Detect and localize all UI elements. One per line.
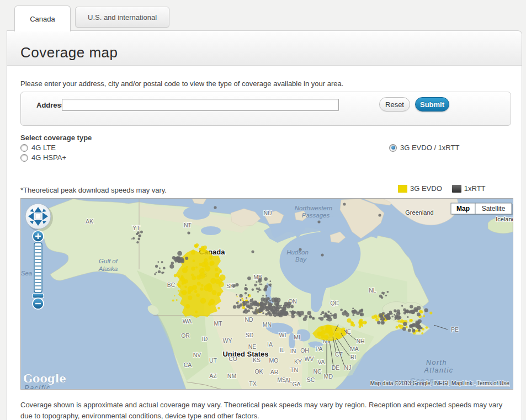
map-label: NJ [344,364,352,371]
map-label: GA [292,381,300,387]
map-label: Gulf of [99,258,119,264]
radio-button-icon-selected[interactable] [389,144,397,152]
map-label: NM [227,373,236,379]
map-label: WI [279,332,286,338]
submit-button[interactable]: Submit [415,97,449,111]
map-label: Passages [302,212,330,219]
address-form: Address Reset Submit [20,92,511,126]
coverage-map[interactable]: CanadaUnited StatesGreenlandIcelandAKYTN… [20,198,513,390]
address-label: Address [36,101,65,109]
map-label: OR [181,332,190,339]
map-type-control[interactable]: Map Satellite [451,203,513,215]
map-label: MT [214,320,222,327]
zoom-slider-track[interactable] [34,243,42,293]
map-label: YT [132,225,140,231]
map-label: RI [350,354,357,360]
map-label: IN [290,348,296,354]
map-label: NV [193,352,201,358]
map-label: WV [305,355,314,362]
map-label: CA [184,361,192,368]
map-label: CT [335,351,343,358]
map-button-label: Map [456,205,470,212]
radio-label: 4G HSPA+ [31,153,66,162]
map-label: North [426,359,447,366]
map-label: VA [317,359,325,365]
map-label: KS [253,357,261,363]
map-label: OK [254,368,263,375]
map-label: Greenland [405,209,433,216]
tab-canada[interactable]: Canada [14,6,71,31]
terms-of-use-link[interactable]: Terms of Use [477,380,509,386]
card-header: Coverage map [7,31,522,66]
tab-us-international[interactable]: U.S. and international [75,7,169,28]
map-label: UT [209,357,217,364]
map-label: Northwestern [295,205,332,211]
legend-label-1xrtt: 1xRTT [464,184,486,193]
satellite-button-label: Satellite [482,205,506,212]
page-title: Coverage map [7,31,522,61]
legend-swatch-1xrtt [452,185,461,193]
map-label: Hudson [286,249,309,256]
map-label: Atlantic [424,366,454,374]
radio-4g-lte[interactable]: 4G LTE [20,143,56,152]
map-label: WA [183,318,192,325]
map-label: PA [315,345,322,352]
map-label: AZ [209,373,217,379]
map-label: MN [263,321,272,328]
radio-button-icon[interactable] [20,154,28,162]
tab-bar: Canada U.S. and international [14,6,169,31]
map-label: MI [294,334,300,341]
map-label: NU [263,210,272,216]
radio-4g-hspa[interactable]: 4G HSPA+ [20,153,66,162]
zoom-slider-handle[interactable] [33,294,44,298]
map-label: MD [324,373,333,380]
radio-label: 4G LTE [31,143,56,152]
coverage-legend: 3G EVDO 1xRTT [398,184,486,193]
map-label: TX [249,380,256,387]
map-label: ND [245,316,253,323]
map-label: AK [86,218,93,225]
content-card: Coverage map Please enter your address, … [7,30,522,420]
intro-text: Please enter your address, city and/or p… [20,79,343,88]
map-label: KY [294,358,302,365]
map-label: AL [285,377,293,384]
map-label: MO [269,357,279,364]
map-label: SD [246,332,254,338]
map-canvas[interactable]: CanadaUnited StatesGreenlandIcelandAKYTN… [21,199,513,389]
map-label: DE [332,364,340,371]
map-label: MA [350,345,359,352]
coverage-type-title: Select coverage type [20,134,92,142]
radio-3g-evdo-1xrtt[interactable]: 3G EVDO / 1xRTT [389,143,459,152]
pan-center-button[interactable] [35,214,41,219]
map-attribution: Map data ©2013 Google, INEGI, MapLink - [370,380,476,386]
map-label: Bay [295,256,307,263]
map-label: BC [167,281,176,288]
map-label: NT [184,222,192,228]
map-label: WY [223,337,232,344]
map-label: IA [267,341,273,348]
map-label: AR [270,369,279,375]
map-label: QC [330,300,339,306]
map-label: IL [280,347,285,353]
map-label: OH [300,347,309,354]
map-label: SC [307,376,315,383]
map-label: TN [290,366,298,373]
radio-button-icon[interactable] [20,144,28,152]
map-label: NH [356,338,364,344]
map-label: NE [248,343,257,350]
map-label: Iceland [496,216,513,222]
legend-swatch-3g-evdo [398,185,407,193]
radio-label: 3G EVDO / 1xRTT [400,143,459,152]
legend-label-3g-evdo: 3G EVDO [410,184,442,193]
map-label: PE [451,326,459,333]
coverage-disclaimer: Coverage shown is approximate and actual… [20,400,516,420]
map-label: MS [277,376,286,383]
map-label: Sea [21,270,32,277]
map-label: NC [313,368,322,375]
map-label: CO [229,355,237,362]
reset-button[interactable]: Reset [379,97,410,111]
map-label: NL [369,287,376,294]
map-label: Alaska [98,265,118,272]
google-logo[interactable]: Google [23,372,66,385]
address-input[interactable] [62,99,339,111]
